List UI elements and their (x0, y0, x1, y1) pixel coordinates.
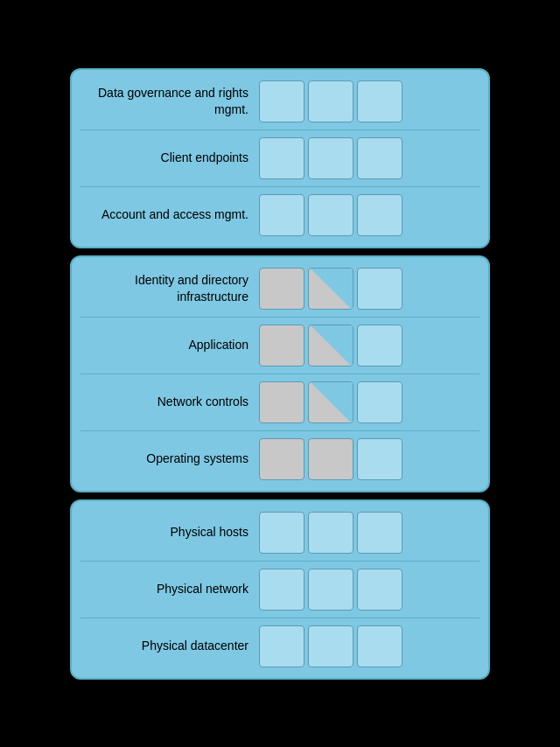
row-label-0-0: Data governance and rights mgmt. (80, 85, 256, 116)
cell-group-1-3 (259, 438, 402, 480)
cell-1-1-1 (308, 325, 354, 367)
cell-group-0-2 (259, 194, 402, 236)
cell-group-0-1 (259, 137, 402, 179)
cell-2-0-0 (259, 512, 304, 554)
cell-2-1-2 (357, 569, 402, 611)
cell-group-0-0 (259, 80, 402, 122)
row-0-0: Data governance and rights mgmt. (80, 79, 480, 124)
row-1-0: Identity and directory infrastructure (80, 266, 480, 311)
cell-0-0-2 (357, 80, 402, 122)
cell-2-2-2 (357, 625, 402, 667)
row-label-1-3: Operating systems (80, 450, 256, 466)
row-0-1: Client endpoints (80, 136, 480, 181)
cell-2-2-0 (259, 625, 304, 667)
row-label-2-1: Physical network (80, 581, 256, 597)
section-1: Identity and directory infrastructureApp… (70, 255, 490, 492)
cell-1-0-1 (308, 268, 354, 310)
cell-0-0-1 (308, 80, 354, 122)
row-2-2: Physical datacenter (80, 624, 480, 669)
cell-0-2-1 (308, 194, 354, 236)
row-1-1: Application (80, 323, 480, 368)
cell-0-0-0 (259, 80, 304, 122)
section-2: Physical hostsPhysical networkPhysical d… (70, 499, 490, 680)
cell-0-1-2 (357, 137, 402, 179)
row-label-0-2: Account and access mgmt. (80, 206, 256, 222)
row-label-0-1: Client endpoints (80, 150, 256, 165)
row-1-2: Network controls (80, 380, 480, 425)
row-0-2: Account and access mgmt. (80, 192, 480, 238)
cell-2-2-1 (308, 625, 354, 667)
cell-1-2-1 (308, 381, 354, 423)
cell-group-1-0 (259, 268, 402, 310)
cell-2-0-1 (308, 512, 354, 554)
row-1-3: Operating systems (80, 436, 480, 482)
cell-1-3-0 (259, 438, 304, 480)
cell-group-2-1 (259, 569, 402, 611)
row-label-2-2: Physical datacenter (80, 638, 256, 653)
cell-1-0-0 (259, 268, 304, 310)
cell-2-0-2 (357, 512, 402, 554)
row-label-1-1: Application (80, 337, 256, 353)
row-2-1: Physical network (80, 567, 480, 612)
cell-0-2-2 (357, 194, 402, 236)
cell-0-1-1 (308, 137, 354, 179)
row-label-1-2: Network controls (80, 394, 256, 409)
cell-group-2-2 (259, 625, 402, 667)
cell-1-1-2 (357, 325, 402, 367)
cell-2-1-1 (308, 569, 354, 611)
cell-1-2-2 (357, 381, 402, 423)
cell-group-2-0 (259, 512, 402, 554)
cell-1-1-0 (259, 325, 304, 367)
cell-2-1-0 (259, 569, 304, 611)
cell-group-1-1 (259, 325, 402, 367)
cell-1-3-2 (357, 438, 402, 480)
cell-1-3-1 (308, 438, 354, 480)
row-2-0: Physical hosts (80, 510, 480, 555)
responsibility-chart: Data governance and rights mgmt.Client e… (70, 68, 490, 680)
cell-1-2-0 (259, 381, 304, 423)
row-label-1-0: Identity and directory infrastructure (80, 272, 256, 304)
cell-group-1-2 (259, 381, 402, 423)
cell-0-1-0 (259, 137, 304, 179)
section-0: Data governance and rights mgmt.Client e… (70, 68, 490, 248)
cell-0-2-0 (259, 194, 304, 236)
cell-1-0-2 (357, 268, 402, 310)
row-label-2-0: Physical hosts (80, 524, 256, 540)
